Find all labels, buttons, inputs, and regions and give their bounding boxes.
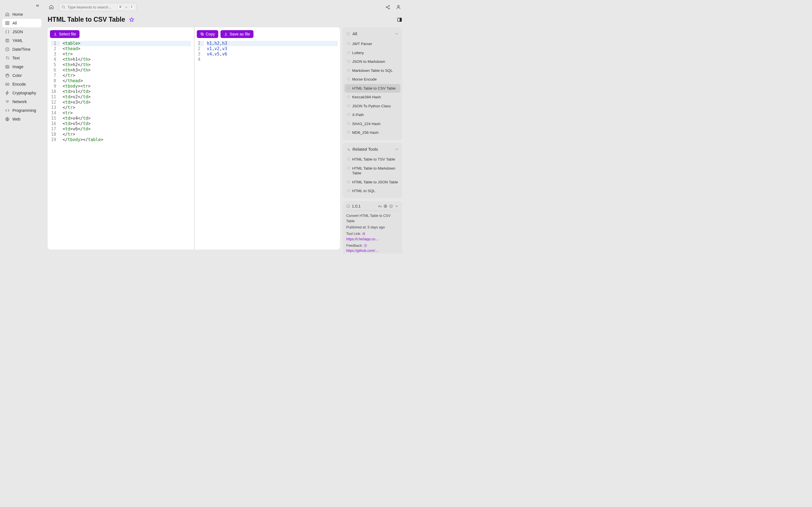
related-tools-header[interactable]: Related Tools: [343, 144, 402, 154]
sparkle-icon: [347, 104, 350, 108]
svg-rect-26: [363, 233, 365, 235]
output-editor[interactable]: 1 2 3 4 h1,h2,h3v1,v2,v3v4,v5,v6: [197, 40, 338, 247]
sidebar: HomeAllJSONYAMLDate/TimeTextImageColorEn…: [0, 0, 44, 253]
sidebar-item-text[interactable]: Text: [2, 54, 42, 62]
sidebar-item-label: YAML: [12, 38, 23, 43]
sidebar-item-label: Network: [12, 100, 27, 104]
collapse-sidebar-icon[interactable]: [35, 3, 40, 8]
feedback-link[interactable]: https://github.com/…: [346, 249, 378, 252]
info-published: Published at: 5 days ago: [346, 225, 399, 230]
sidebar-item-date-time[interactable]: Date/Time: [2, 45, 42, 54]
rail-item[interactable]: Morse Encode: [345, 75, 400, 84]
sparkle-icon: [347, 51, 350, 54]
sidebar-item-label: All: [12, 21, 17, 25]
rail-item[interactable]: Lottery: [345, 48, 400, 57]
save-as-file-label: Save as file: [230, 32, 250, 36]
rail-item[interactable]: Keccak384 Hash: [345, 93, 400, 102]
sparkle-icon: [347, 157, 350, 161]
all-tools-card: All JWT ParserLotteryJSON to MarkdownMar…: [343, 27, 402, 140]
rail-item[interactable]: HTML Table to TSV Table: [345, 155, 400, 164]
svg-rect-20: [400, 18, 402, 21]
info-tool-link: Tool Link: https://t.he3app.co…: [346, 231, 399, 242]
rail-item-label: Lottery: [352, 50, 364, 55]
chevron-down-icon[interactable]: [395, 204, 399, 208]
sparkle-icon: [347, 122, 350, 125]
favorite-star-icon[interactable]: [129, 17, 134, 22]
sparkle-icon: [347, 86, 350, 90]
right-rail: All JWT ParserLotteryJSON to MarkdownMar…: [343, 27, 402, 249]
sidebar-item-color[interactable]: Color: [2, 71, 42, 80]
copy-button[interactable]: Copy: [197, 30, 218, 38]
sidebar-item-programming[interactable]: Programming: [2, 106, 42, 115]
rail-item[interactable]: JSON to Markdown: [345, 57, 400, 66]
input-editor[interactable]: 1 ˅2 ˅3 ˅4 5 6 7 8 9 ˅10 11 12 13 14 ˅15…: [50, 40, 191, 247]
rail-item[interactable]: Markdown Table to SQL: [345, 66, 400, 75]
rail-item[interactable]: SHA3_224 Hash: [345, 119, 400, 128]
rail-item[interactable]: HTML Table to CSV Table: [345, 84, 400, 93]
select-file-button[interactable]: Select file: [50, 30, 80, 38]
yaml-icon: [5, 38, 10, 43]
rail-item[interactable]: HTML Table to Markdown Table: [345, 164, 400, 178]
home-button[interactable]: [48, 3, 55, 11]
divider: [346, 211, 399, 211]
rail-item-label: HTML Table to TSV Table: [352, 157, 395, 162]
svg-rect-1: [8, 21, 9, 23]
sparkle-icon: [347, 59, 350, 63]
sidebar-item-cryptography[interactable]: Cryptography: [2, 89, 42, 97]
rail-item[interactable]: HTML Table to JSON Table: [345, 178, 400, 187]
tool-link[interactable]: https://t.he3app.co…: [346, 237, 378, 241]
sidebar-item-label: Date/Time: [12, 47, 31, 52]
rail-item-label: HTML Table to CSV Table: [352, 86, 396, 91]
globe-icon[interactable]: [384, 204, 388, 208]
sparkle-icon: [347, 180, 350, 184]
sidebar-item-label: Home: [12, 12, 23, 17]
palette-icon: [5, 73, 10, 78]
sparkle-icon: [347, 42, 350, 45]
sidebar-item-json[interactable]: JSON: [2, 27, 42, 36]
all-tools-header[interactable]: All: [343, 29, 402, 39]
user-icon[interactable]: [396, 4, 401, 10]
search-icon: [61, 5, 65, 9]
sidebar-item-label: Color: [12, 73, 22, 78]
sidebar-item-encode[interactable]: Encode: [2, 80, 42, 89]
sidebar-item-home[interactable]: Home: [2, 10, 42, 18]
search-box[interactable]: ⌘ + K: [59, 3, 137, 11]
layout-toggle-icon[interactable]: [397, 17, 402, 22]
save-as-file-button[interactable]: Save as file: [220, 30, 253, 38]
rail-item[interactable]: MD6_256 Hash: [345, 128, 400, 137]
chevron-down-icon: [395, 147, 399, 151]
info-description: Convert HTML Table to CSV Table: [346, 213, 399, 224]
info-icon: [346, 204, 350, 208]
rail-item[interactable]: JSON To Python Class: [345, 102, 400, 111]
rail-item-label: X-Path: [352, 112, 364, 117]
info-card: 1.0.1 Convert HTML Table to CSV Table Pu…: [343, 201, 402, 253]
rail-item-label: Markdown Table to SQL: [352, 68, 393, 73]
sidebar-item-web[interactable]: Web: [2, 115, 42, 123]
check-circle-icon[interactable]: [389, 204, 393, 208]
share-icon[interactable]: [386, 5, 390, 10]
rail-item-label: JWT Parser: [352, 41, 372, 47]
sparkle-icon: [347, 130, 350, 134]
rail-item-label: HTML Table to JSON Table: [352, 180, 398, 185]
rail-item[interactable]: X-Path: [345, 110, 400, 119]
sidebar-item-network[interactable]: Network: [2, 98, 42, 106]
wifi-icon: [5, 100, 10, 104]
rail-item[interactable]: JWT Parser: [345, 40, 400, 48]
topbar: ⌘ + K: [44, 0, 406, 14]
sparkle-icon: [347, 68, 350, 72]
sidebar-item-label: Encode: [12, 82, 26, 87]
chevron-down-icon: [395, 32, 399, 36]
sidebar-item-all[interactable]: All: [2, 19, 42, 27]
svg-point-16: [386, 6, 387, 8]
output-panel: Copy Save as file 1 2 3 4 h1,h2,h3v1,v2,…: [194, 27, 340, 249]
svg-rect-3: [8, 23, 9, 25]
sidebar-item-label: Image: [12, 64, 23, 69]
sparkle-icon: [347, 95, 350, 99]
sidebar-item-image[interactable]: Image: [2, 62, 42, 71]
sparkle-icon: [347, 166, 350, 170]
rail-item-label: HTML Table to Markdown Table: [352, 166, 398, 176]
rail-item[interactable]: HTML to SQL: [345, 186, 400, 195]
search-input[interactable]: [68, 5, 115, 9]
sidebar-item-yaml[interactable]: YAML: [2, 36, 42, 45]
font-size-icon[interactable]: [378, 204, 382, 208]
